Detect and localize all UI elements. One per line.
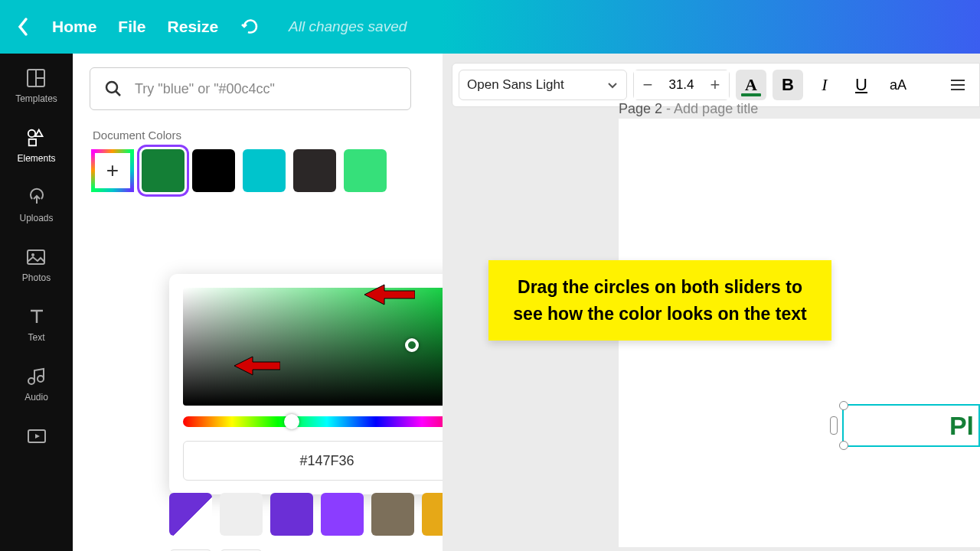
rail-templates[interactable]: Templates: [15, 67, 57, 104]
font-size-stepper: − 31.4 +: [633, 70, 730, 100]
color-swatch[interactable]: [220, 493, 263, 536]
svg-rect-5: [28, 250, 44, 264]
rail-videos[interactable]: [26, 425, 47, 447]
side-rail: Templates Elements Uploads Photos Text A…: [0, 54, 73, 551]
decrease-size-button[interactable]: −: [634, 70, 662, 99]
elements-icon: [26, 127, 47, 148]
canvas-area: Open Sans Light − 31.4 + A B I U aA Page…: [443, 54, 980, 551]
page-number: Page 2: [619, 101, 662, 116]
undo-icon[interactable]: [240, 16, 261, 37]
tutorial-annotation: Drag the circles on both sliders to see …: [488, 260, 831, 341]
svg-point-3: [28, 130, 34, 137]
more-options-button[interactable]: [942, 70, 973, 100]
hue-slider[interactable]: [183, 416, 471, 427]
home-link[interactable]: Home: [52, 18, 96, 36]
text-icon: [26, 306, 47, 328]
resize-menu[interactable]: Resize: [168, 18, 219, 36]
arrow-annotation-icon: [234, 355, 280, 377]
hex-input[interactable]: [183, 441, 471, 481]
photo-thumb[interactable]: [169, 493, 212, 536]
rail-label: Elements: [17, 153, 55, 164]
rail-label: Text: [28, 332, 44, 343]
rail-label: Audio: [24, 392, 48, 403]
arrow-annotation-icon: [364, 283, 415, 306]
rail-uploads[interactable]: Uploads: [19, 187, 53, 223]
svg-line-11: [116, 91, 120, 96]
rail-label: Uploads: [19, 213, 53, 223]
svg-point-6: [31, 253, 34, 256]
videos-icon: [26, 425, 47, 447]
color-swatch[interactable]: [344, 149, 387, 192]
underline-button[interactable]: U: [846, 70, 877, 100]
color-swatch[interactable]: [371, 493, 414, 536]
svg-point-8: [38, 376, 44, 382]
text-case-button[interactable]: aA: [883, 70, 913, 100]
saturation-handle[interactable]: [405, 338, 419, 352]
font-family-select[interactable]: Open Sans Light: [459, 70, 627, 100]
selected-text-box[interactable]: Pl: [842, 404, 980, 447]
color-swatch[interactable]: [270, 493, 313, 536]
hue-handle[interactable]: [284, 414, 299, 429]
color-search-input[interactable]: [90, 67, 411, 110]
add-color-swatch[interactable]: +: [91, 149, 134, 192]
uploads-icon: [26, 187, 47, 208]
text-color-button[interactable]: A: [736, 70, 766, 100]
bold-button[interactable]: B: [773, 70, 803, 100]
italic-button[interactable]: I: [809, 70, 840, 100]
resize-handle[interactable]: [839, 401, 848, 410]
hamburger-icon: [949, 77, 966, 93]
audio-icon: [25, 366, 47, 387]
rail-label: Templates: [15, 93, 57, 104]
page-meta: Page 2 - Add page title: [619, 101, 758, 117]
increase-size-button[interactable]: +: [701, 70, 729, 99]
color-swatch[interactable]: [293, 149, 336, 192]
font-name: Open Sans Light: [467, 77, 564, 93]
back-icon[interactable]: [15, 16, 31, 37]
photo-color-row: [169, 493, 465, 536]
rail-label: Photos: [22, 272, 51, 283]
chevron-down-icon: [606, 79, 619, 91]
templates-icon: [25, 67, 47, 89]
page-title-prompt[interactable]: Add page title: [674, 101, 758, 116]
color-picker-popup: [169, 274, 485, 494]
document-color-row: +: [90, 149, 426, 192]
search-icon: [103, 79, 123, 99]
section-document-colors: Document Colors: [93, 129, 426, 142]
rail-photos[interactable]: Photos: [22, 246, 51, 283]
saturation-area[interactable]: [183, 288, 471, 406]
photos-icon: [25, 246, 47, 268]
top-toolbar: Home File Resize All changes saved: [0, 0, 980, 54]
file-menu[interactable]: File: [118, 18, 145, 36]
font-size-value[interactable]: 31.4: [662, 77, 701, 93]
color-swatch[interactable]: [243, 149, 286, 192]
side-handle[interactable]: [830, 416, 838, 435]
save-status: All changes saved: [289, 18, 407, 35]
text-color-indicator: [741, 93, 761, 96]
svg-point-10: [106, 82, 117, 93]
color-swatch[interactable]: [321, 493, 364, 536]
rail-elements[interactable]: Elements: [17, 127, 55, 164]
canvas-text: Pl: [949, 411, 974, 441]
svg-point-7: [28, 378, 34, 384]
resize-handle[interactable]: [839, 441, 848, 450]
svg-marker-15: [364, 285, 415, 305]
rail-audio[interactable]: Audio: [24, 366, 48, 403]
svg-rect-4: [28, 139, 35, 145]
rail-text[interactable]: Text: [26, 306, 47, 343]
color-swatch[interactable]: [142, 149, 185, 192]
color-swatch[interactable]: [192, 149, 235, 192]
svg-marker-16: [234, 357, 280, 375]
